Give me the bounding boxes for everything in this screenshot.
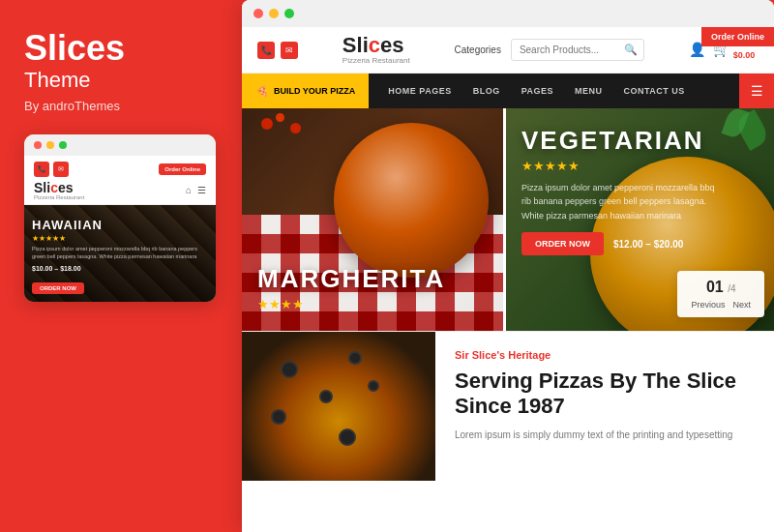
theme-by: By androThemes xyxy=(24,99,213,113)
site-header: Order Online 📞 ✉ Slices Pizzeria Restaur… xyxy=(242,27,774,74)
hero-section: MARGHERITA ★★★★ VEGETARIAN ★★★★★ Pizza i… xyxy=(242,108,774,331)
pizza-thumbnail xyxy=(242,332,435,481)
mini-logo: Slices xyxy=(34,181,84,194)
olive-3 xyxy=(271,409,286,425)
vegetarian-title: VEGETARIAN xyxy=(521,128,715,153)
left-panel: Slices Theme By androThemes 📞 ✉ Order On… xyxy=(0,0,237,532)
cart-total: $0.00 xyxy=(733,50,759,60)
mini-price: $10.00 – $18.00 xyxy=(32,265,208,272)
mini-order-online-btn[interactable]: Order Online xyxy=(159,163,206,175)
heritage-tag: Sir Slice's Heritage xyxy=(455,349,755,361)
title-line1: Serving Pizzas By The Slice xyxy=(455,369,736,393)
browser-dot-red xyxy=(253,9,263,18)
bottom-section: Sir Slice's Heritage Serving Pizzas By T… xyxy=(242,331,774,481)
olive-4 xyxy=(368,380,379,392)
build-pizza-button[interactable]: 🍕 BUILD YOUR PIZZA xyxy=(242,74,369,108)
pizza-thumb-image xyxy=(242,332,435,481)
hero-pizza-margherita: MARGHERITA ★★★★ xyxy=(242,108,503,331)
mini-browser: 📞 ✉ Order Online Slices Pizzeria Restaur… xyxy=(24,134,216,302)
hero-content-margherita: MARGHERITA ★★★★ xyxy=(257,266,445,311)
nav-links: HOME PAGES BLOG PAGES MENU CONTACT US xyxy=(369,74,739,108)
email-icon: ✉ xyxy=(281,42,298,59)
nav-pages[interactable]: PAGES xyxy=(512,74,563,108)
olive-5 xyxy=(339,429,356,446)
tomato-2 xyxy=(276,113,284,122)
next-button[interactable]: Next xyxy=(732,300,751,310)
browser-dot-yellow xyxy=(269,9,279,18)
pizza-icon: 🍕 xyxy=(255,85,269,98)
vegetarian-stars: ★★★★★ xyxy=(521,159,715,173)
section-desc: Lorem ipsum is simply dummy text of the … xyxy=(455,428,755,443)
header-contact: 📞 ✉ xyxy=(257,42,298,59)
browser-dot-green xyxy=(284,9,294,18)
site-nav: 🍕 BUILD YOUR PIZZA HOME PAGES BLOG PAGES… xyxy=(242,74,774,108)
mini-logo-sub: Pizzeria Restaurant xyxy=(34,194,84,200)
mini-order-btn[interactable]: ORDER NOW xyxy=(32,282,84,294)
tomato-1 xyxy=(261,118,273,130)
vegetarian-price: $12.00 – $20.00 xyxy=(613,239,683,250)
total-pages: /4 xyxy=(728,283,735,294)
pizza-circle-1 xyxy=(334,123,489,278)
search-input[interactable] xyxy=(512,41,618,59)
hero-pagination: 01 /4 Previous Next xyxy=(677,271,764,317)
dot-red xyxy=(34,141,42,149)
olive-1 xyxy=(281,361,298,378)
mini-hero-title: HAWAIIAN xyxy=(32,218,208,232)
search-button[interactable]: 🔍 xyxy=(618,40,643,60)
mini-hero-content: HAWAIIAN ★★★★★ Pizza ipsum dolor amet pe… xyxy=(32,218,208,294)
order-now-button[interactable]: ORDER NOW xyxy=(521,232,604,255)
mini-hero-desc: Pizza ipsum dolor amet pepperoni mozzare… xyxy=(32,245,208,261)
mini-phone-icon: 📞 xyxy=(34,162,49,177)
tomato-3 xyxy=(290,123,301,133)
nav-home-pages[interactable]: HOME PAGES xyxy=(378,74,461,108)
section-title: Serving Pizzas By The Slice Since 1987 xyxy=(455,369,755,420)
mini-contact-icons: 📞 ✉ xyxy=(34,162,69,177)
mini-nav-icons: ⌂ ☰ xyxy=(186,185,206,195)
order-online-button[interactable]: Order Online xyxy=(701,27,774,46)
site-logo: Slices xyxy=(342,35,410,56)
mini-home-icon: ⌂ xyxy=(186,185,192,195)
mini-email-icon: ✉ xyxy=(53,162,69,177)
theme-subtitle: Theme xyxy=(24,68,213,93)
olive-6 xyxy=(348,351,362,365)
nav-menu[interactable]: MENU xyxy=(565,74,612,108)
mini-stars: ★★★★★ xyxy=(32,234,208,243)
phone-icon: 📞 xyxy=(257,42,275,59)
right-panel: Order Online 📞 ✉ Slices Pizzeria Restaur… xyxy=(242,0,774,532)
mini-hero-section: HAWAIIAN ★★★★★ Pizza ipsum dolor amet pe… xyxy=(24,205,216,302)
margherita-title: MARGHERITA xyxy=(257,266,445,291)
content-section: Sir Slice's Heritage Serving Pizzas By T… xyxy=(435,332,774,481)
current-page: 01 xyxy=(706,279,724,295)
margherita-stars: ★★★★ xyxy=(257,297,445,311)
dot-yellow xyxy=(46,141,54,149)
categories-button[interactable]: Categories xyxy=(455,44,501,55)
hero-content-vegetarian: VEGETARIAN ★★★★★ Pizza ipsum dolor amet … xyxy=(521,128,715,255)
page-buttons: Previous Next xyxy=(691,300,751,310)
nav-blog[interactable]: BLOG xyxy=(463,74,510,108)
vegetarian-desc: Pizza ipsum dolor amet pepperoni mozzare… xyxy=(521,181,715,222)
nav-contact[interactable]: CONTACT US xyxy=(614,74,695,108)
mini-browser-bar xyxy=(24,134,216,156)
search-box: 🔍 xyxy=(511,39,644,61)
site-logo-sub: Pizzeria Restaurant xyxy=(342,56,410,65)
mini-header: 📞 ✉ Order Online Slices Pizzeria Restaur… xyxy=(24,156,216,205)
dot-green xyxy=(59,141,67,149)
site-logo-wrap: Slices Pizzeria Restaurant xyxy=(342,35,410,65)
mini-menu-icon: ☰ xyxy=(197,185,206,195)
build-btn-label: BUILD YOUR PIZZA xyxy=(274,86,355,96)
header-nav: Categories 🔍 xyxy=(455,39,644,61)
olive-2 xyxy=(319,390,333,403)
theme-title: Slices xyxy=(24,29,213,68)
page-number: 01 /4 xyxy=(706,279,736,296)
title-line2: Since 1987 xyxy=(455,394,565,418)
browser-bar xyxy=(242,0,774,27)
prev-button[interactable]: Previous xyxy=(691,300,725,310)
hamburger-button[interactable]: ☰ xyxy=(739,74,774,108)
vegetarian-actions: ORDER NOW $12.00 – $20.00 xyxy=(521,232,715,255)
